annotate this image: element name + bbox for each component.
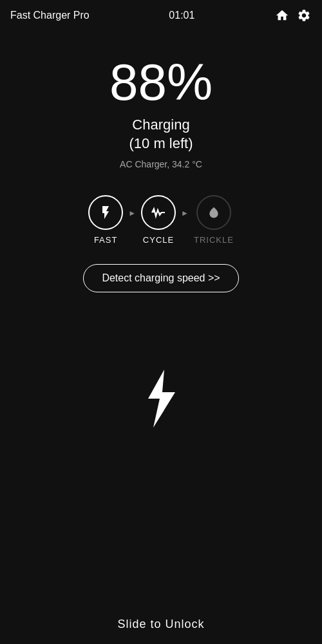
mode-cycle-circle[interactable] bbox=[141, 195, 176, 230]
status-bar: Fast Charger Pro 01:01 bbox=[0, 0, 322, 31]
main-content: 88% Charging (10 m left) AC Charger, 34.… bbox=[0, 31, 322, 292]
charging-line2: (10 m left) bbox=[129, 135, 193, 151]
time-display: 01:01 bbox=[169, 10, 194, 21]
svg-marker-0 bbox=[148, 370, 175, 428]
bolt-area bbox=[0, 370, 322, 428]
percentage-display: 88% bbox=[109, 57, 213, 108]
home-icon[interactable] bbox=[274, 8, 290, 23]
mode-fast[interactable]: FAST bbox=[88, 195, 123, 245]
app-title: Fast Charger Pro bbox=[10, 10, 90, 21]
mode-cycle[interactable]: CYCLE bbox=[141, 195, 176, 245]
mode-fast-label: FAST bbox=[94, 235, 118, 245]
mode-trickle[interactable]: TRICKLE bbox=[194, 195, 234, 245]
mode-trickle-label: TRICKLE bbox=[194, 235, 234, 245]
mode-cycle-label: CYCLE bbox=[143, 235, 174, 245]
settings-icon[interactable] bbox=[296, 8, 312, 23]
arrow-cycle-trickle: ► bbox=[181, 209, 189, 218]
lightning-bolt-icon bbox=[142, 370, 180, 428]
charger-info: AC Charger, 34.2 °C bbox=[120, 159, 202, 169]
slide-unlock[interactable]: Slide to Unlock bbox=[0, 618, 322, 631]
mode-selector: FAST ► CYCLE ► TRICKLE bbox=[0, 195, 322, 245]
arrow-fast-cycle: ► bbox=[128, 209, 136, 218]
charging-line1: Charging bbox=[132, 117, 189, 133]
charging-status: Charging (10 m left) bbox=[129, 116, 193, 153]
mode-trickle-circle[interactable] bbox=[196, 195, 231, 230]
status-icons bbox=[274, 8, 312, 23]
detect-charging-speed-button[interactable]: Detect charging speed >> bbox=[83, 264, 238, 292]
mode-fast-circle[interactable] bbox=[88, 195, 123, 230]
